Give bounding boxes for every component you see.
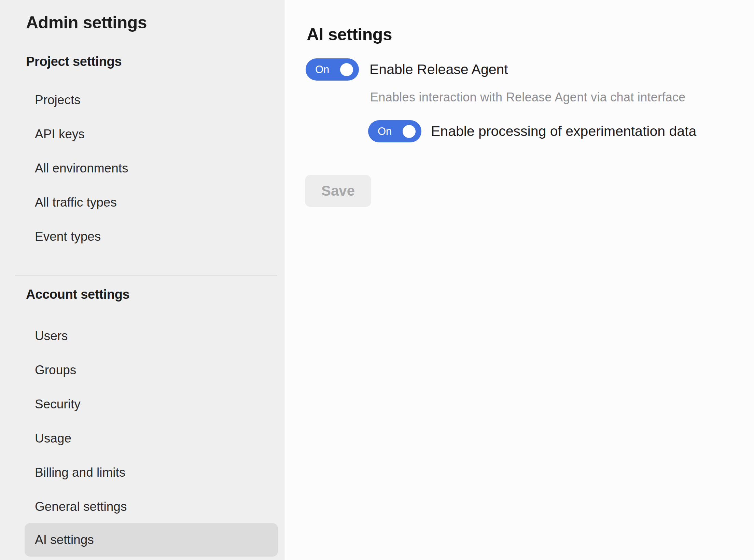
admin-settings-screen: Admin settings Project settings Projects… [0, 0, 754, 560]
sidebar-item-general-settings[interactable]: General settings [35, 499, 127, 515]
sidebar-item-security[interactable]: Security [35, 396, 81, 412]
sidebar-item-usage[interactable]: Usage [35, 431, 71, 446]
toggle-state-label: On [315, 58, 329, 81]
sidebar-item-projects[interactable]: Projects [35, 92, 81, 108]
toggle-knob [340, 63, 353, 76]
toggle-knob [403, 125, 416, 138]
sidebar-title: Admin settings [26, 14, 147, 31]
main-content [285, 0, 754, 560]
toggle-enable-release-agent[interactable]: On [306, 58, 359, 81]
section-header-account-settings: Account settings [26, 287, 129, 302]
toggle-enable-experimentation-data[interactable]: On [368, 120, 421, 142]
toggle-label-enable-release-agent: Enable Release Agent [369, 61, 508, 78]
sidebar-item-all-environments[interactable]: All environments [35, 160, 128, 176]
toggle-description-release-agent: Enables interaction with Release Agent v… [370, 90, 686, 104]
sidebar-item-billing-and-limits[interactable]: Billing and limits [35, 465, 125, 480]
sidebar-divider [15, 275, 277, 276]
sidebar-item-api-keys[interactable]: API keys [35, 126, 85, 142]
sidebar-item-all-traffic-types[interactable]: All traffic types [35, 195, 117, 210]
sidebar: Admin settings Project settings Projects… [0, 0, 284, 560]
sidebar-item-users[interactable]: Users [35, 328, 68, 344]
save-button[interactable]: Save [305, 175, 371, 207]
toggle-state-label: On [378, 120, 392, 142]
sidebar-item-event-types[interactable]: Event types [35, 229, 101, 244]
sidebar-item-groups[interactable]: Groups [35, 362, 76, 378]
toggle-label-enable-experimentation-data: Enable processing of experimentation dat… [431, 123, 696, 140]
sidebar-item-ai-settings[interactable]: AI settings [25, 523, 278, 557]
page-title: AI settings [307, 25, 392, 44]
section-header-project-settings: Project settings [26, 54, 122, 69]
